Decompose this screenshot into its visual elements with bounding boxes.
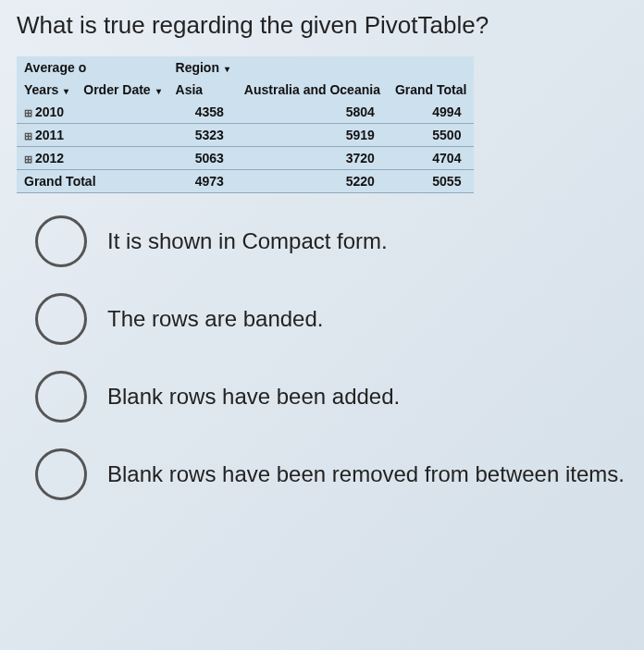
cell-value: 5804	[237, 101, 388, 124]
row-year-2011[interactable]: ⊞2011	[17, 124, 168, 147]
cell-value: 5323	[168, 124, 237, 147]
expand-icon[interactable]: ⊞	[24, 153, 32, 165]
cell-value: 5220	[237, 170, 388, 193]
pivot-empty-header	[237, 56, 388, 79]
option-text: Blank rows have been added.	[107, 382, 400, 411]
pivot-orderdate-label: Order Date	[83, 82, 150, 97]
radio-circle-icon[interactable]	[35, 215, 87, 267]
pivot-region-header[interactable]: Region ▾	[168, 56, 237, 79]
option-0[interactable]: It is shown in Compact form.	[35, 215, 627, 267]
collapse-dropdown-icon[interactable]: ▾	[156, 86, 161, 96]
cell-value: 4704	[388, 147, 475, 170]
cell-value: 4358	[168, 101, 237, 124]
pivot-years-label: Years	[24, 82, 58, 97]
row-label: 2010	[35, 104, 64, 119]
option-text: The rows are banded.	[107, 304, 323, 334]
row-label: 2012	[35, 151, 64, 166]
radio-circle-icon[interactable]	[35, 448, 87, 500]
grand-total-label-cell: Grand Total	[17, 170, 168, 193]
expand-icon[interactable]: ⊞	[24, 107, 32, 118]
cell-value: 5063	[168, 147, 237, 170]
option-1[interactable]: The rows are banded.	[35, 293, 627, 345]
table-row: ⊞2011 5323 5919 5500	[17, 124, 474, 147]
cell-value: 5500	[388, 124, 475, 147]
table-row: ⊞2010 4358 5804 4994	[17, 101, 474, 124]
pivot-table-container: Average o Region ▾ Years ▾ Order Date ▾ …	[17, 56, 627, 193]
table-row: ⊞2012 5063 3720 4704	[17, 147, 474, 170]
row-year-2012[interactable]: ⊞2012	[17, 147, 168, 170]
cell-value: 4994	[388, 101, 475, 124]
cell-value: 3720	[237, 147, 388, 170]
pivot-empty-header	[388, 56, 475, 79]
pivot-gt-header: Grand Total	[388, 79, 475, 101]
pivot-aus-header: Australia and Oceania	[237, 79, 388, 101]
cell-value: 5055	[388, 170, 475, 193]
pivot-table: Average o Region ▾ Years ▾ Order Date ▾ …	[17, 56, 474, 193]
pivot-corner-cell: Average o	[17, 56, 168, 79]
question-text: What is true regarding the given PivotTa…	[17, 11, 627, 40]
option-3[interactable]: Blank rows have been removed from betwee…	[35, 448, 627, 500]
row-year-2010[interactable]: ⊞2010	[17, 101, 168, 124]
pivot-region-label: Region	[176, 60, 219, 75]
pivot-years-header[interactable]: Years ▾	[17, 79, 76, 101]
expand-icon[interactable]: ⊞	[24, 130, 32, 141]
pivot-corner-label: Average o	[24, 60, 86, 75]
pivot-orderdate-header[interactable]: Order Date ▾	[76, 79, 167, 101]
radio-circle-icon[interactable]	[35, 293, 87, 345]
row-label: 2011	[35, 128, 64, 142]
pivot-asia-header: Asia	[168, 79, 237, 101]
radio-circle-icon[interactable]	[35, 371, 87, 423]
answer-options: It is shown in Compact form. The rows ar…	[17, 215, 627, 500]
option-text: Blank rows have been removed from betwee…	[107, 460, 625, 489]
option-text: It is shown in Compact form.	[107, 227, 388, 256]
filter-dropdown-icon[interactable]: ▾	[225, 64, 229, 74]
cell-value: 5919	[237, 124, 388, 147]
table-row-grand-total: Grand Total 4973 5220 5055	[17, 170, 474, 193]
option-2[interactable]: Blank rows have been added.	[35, 371, 627, 423]
filter-dropdown-icon[interactable]: ▾	[64, 86, 68, 96]
cell-value: 4973	[168, 170, 237, 193]
